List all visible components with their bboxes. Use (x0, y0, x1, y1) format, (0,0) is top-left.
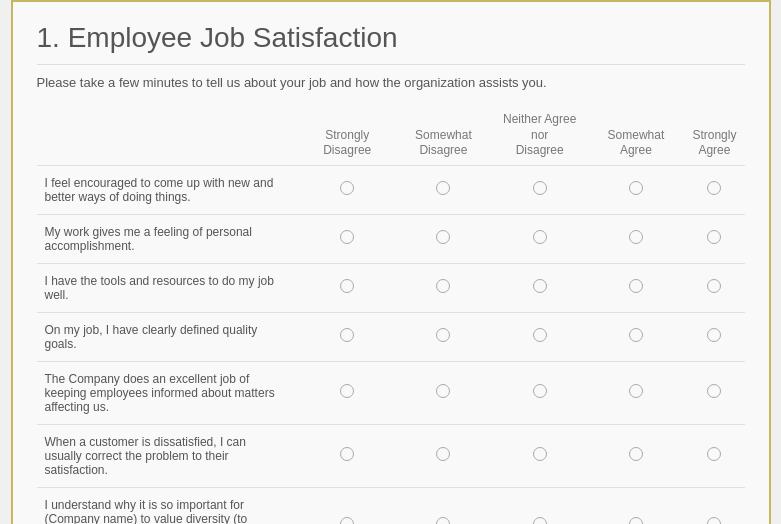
radio-cell-strongly-agree (684, 487, 744, 524)
radio-btn-strongly-disagree[interactable] (340, 447, 354, 461)
table-row: The Company does an excellent job of kee… (37, 361, 745, 424)
table-row: I feel encouraged to come up with new an… (37, 165, 745, 214)
col-header-strongly-agree: StronglyAgree (684, 106, 744, 165)
radio-cell-neither (492, 165, 587, 214)
radio-cell-somewhat-disagree (395, 214, 492, 263)
radio-cell-strongly-agree (684, 165, 744, 214)
radio-btn-somewhat-disagree[interactable] (436, 384, 450, 398)
radio-cell-strongly-agree (684, 424, 744, 487)
radio-cell-strongly-disagree (300, 361, 395, 424)
col-header-somewhat-agree: SomewhatAgree (587, 106, 684, 165)
radio-cell-neither (492, 487, 587, 524)
radio-btn-neither[interactable] (533, 230, 547, 244)
radio-cell-somewhat-disagree (395, 487, 492, 524)
question-cell: When a customer is dissatisfied, I can u… (37, 424, 300, 487)
radio-cell-neither (492, 263, 587, 312)
radio-btn-strongly-agree[interactable] (707, 384, 721, 398)
radio-cell-somewhat-disagree (395, 312, 492, 361)
question-cell: On my job, I have clearly defined qualit… (37, 312, 300, 361)
radio-cell-strongly-agree (684, 214, 744, 263)
question-cell: I feel encouraged to come up with new an… (37, 165, 300, 214)
radio-btn-neither[interactable] (533, 447, 547, 461)
radio-btn-strongly-agree[interactable] (707, 447, 721, 461)
question-cell: I have the tools and resources to do my … (37, 263, 300, 312)
radio-cell-somewhat-agree (587, 214, 684, 263)
radio-btn-somewhat-disagree[interactable] (436, 447, 450, 461)
radio-cell-strongly-agree (684, 263, 744, 312)
survey-container: 1. Employee Job Satisfaction Please take… (11, 0, 771, 524)
table-header-row: StronglyDisagree SomewhatDisagree Neithe… (37, 106, 745, 165)
col-header-strongly-disagree: StronglyDisagree (300, 106, 395, 165)
radio-cell-somewhat-agree (587, 487, 684, 524)
radio-cell-somewhat-agree (587, 361, 684, 424)
radio-btn-strongly-disagree[interactable] (340, 230, 354, 244)
radio-btn-strongly-agree[interactable] (707, 517, 721, 524)
survey-subtitle: Please take a few minutes to tell us abo… (37, 75, 745, 90)
radio-btn-neither[interactable] (533, 279, 547, 293)
radio-btn-somewhat-disagree[interactable] (436, 279, 450, 293)
col-header-question (37, 106, 300, 165)
question-cell: My work gives me a feeling of personal a… (37, 214, 300, 263)
radio-btn-somewhat-agree[interactable] (629, 517, 643, 524)
radio-cell-somewhat-agree (587, 165, 684, 214)
radio-cell-neither (492, 312, 587, 361)
radio-cell-strongly-disagree (300, 263, 395, 312)
survey-title: 1. Employee Job Satisfaction (37, 22, 745, 65)
radio-btn-somewhat-disagree[interactable] (436, 230, 450, 244)
radio-cell-somewhat-disagree (395, 424, 492, 487)
radio-cell-strongly-disagree (300, 487, 395, 524)
radio-btn-strongly-agree[interactable] (707, 328, 721, 342)
table-row: I understand why it is so important for … (37, 487, 745, 524)
question-cell: I understand why it is so important for … (37, 487, 300, 524)
radio-btn-somewhat-agree[interactable] (629, 384, 643, 398)
radio-cell-strongly-disagree (300, 165, 395, 214)
radio-btn-strongly-disagree[interactable] (340, 328, 354, 342)
radio-btn-neither[interactable] (533, 181, 547, 195)
radio-btn-strongly-disagree[interactable] (340, 517, 354, 524)
radio-btn-somewhat-disagree[interactable] (436, 328, 450, 342)
radio-btn-somewhat-agree[interactable] (629, 447, 643, 461)
radio-cell-somewhat-agree (587, 424, 684, 487)
radio-btn-somewhat-agree[interactable] (629, 328, 643, 342)
radio-cell-somewhat-disagree (395, 165, 492, 214)
radio-cell-strongly-disagree (300, 424, 395, 487)
table-row: I have the tools and resources to do my … (37, 263, 745, 312)
radio-cell-strongly-agree (684, 361, 744, 424)
radio-cell-strongly-disagree (300, 214, 395, 263)
radio-btn-somewhat-agree[interactable] (629, 279, 643, 293)
radio-cell-somewhat-disagree (395, 263, 492, 312)
table-row: My work gives me a feeling of personal a… (37, 214, 745, 263)
table-row: When a customer is dissatisfied, I can u… (37, 424, 745, 487)
table-row: On my job, I have clearly defined qualit… (37, 312, 745, 361)
radio-btn-somewhat-disagree[interactable] (436, 517, 450, 524)
survey-table: StronglyDisagree SomewhatDisagree Neithe… (37, 106, 745, 524)
radio-btn-neither[interactable] (533, 328, 547, 342)
radio-cell-strongly-disagree (300, 312, 395, 361)
radio-btn-strongly-agree[interactable] (707, 230, 721, 244)
radio-cell-neither (492, 361, 587, 424)
radio-btn-strongly-disagree[interactable] (340, 384, 354, 398)
radio-cell-somewhat-agree (587, 312, 684, 361)
radio-btn-strongly-agree[interactable] (707, 279, 721, 293)
radio-cell-somewhat-agree (587, 263, 684, 312)
radio-btn-strongly-disagree[interactable] (340, 279, 354, 293)
radio-btn-somewhat-agree[interactable] (629, 230, 643, 244)
col-header-neither: Neither Agree norDisagree (492, 106, 587, 165)
question-cell: The Company does an excellent job of kee… (37, 361, 300, 424)
radio-btn-somewhat-disagree[interactable] (436, 181, 450, 195)
radio-cell-somewhat-disagree (395, 361, 492, 424)
radio-btn-strongly-agree[interactable] (707, 181, 721, 195)
col-header-somewhat-disagree: SomewhatDisagree (395, 106, 492, 165)
radio-btn-neither[interactable] (533, 384, 547, 398)
radio-btn-neither[interactable] (533, 517, 547, 524)
radio-btn-strongly-disagree[interactable] (340, 181, 354, 195)
radio-cell-neither (492, 424, 587, 487)
radio-cell-strongly-agree (684, 312, 744, 361)
radio-cell-neither (492, 214, 587, 263)
radio-btn-somewhat-agree[interactable] (629, 181, 643, 195)
